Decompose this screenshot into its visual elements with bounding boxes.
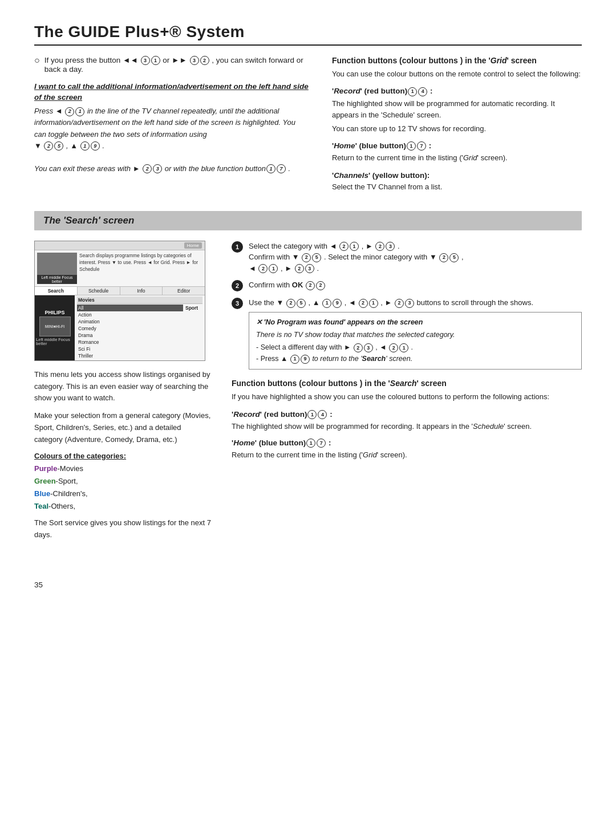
- tv-cat-movies-header: Movies: [77, 297, 202, 304]
- search-left: Home Left middle Focus better Search dis…: [34, 241, 211, 547]
- step-3-body: Use the ▼ 25 , ▲ 19 , ◄ 21 , ► 23 button…: [249, 297, 582, 370]
- warning-title: 'No Program was found' appears on the sc…: [256, 317, 574, 328]
- search-desc2: Make your selection from a general categ…: [34, 410, 211, 445]
- tv-cat-comedy: Comedy: [77, 325, 183, 332]
- tv-philips-sub: Left middle Focus better: [36, 338, 74, 346]
- top-section: ○ If you press the button ◄◄ 31 or ►► 32…: [34, 56, 582, 195]
- record-body1: The highlighted show will be programmed …: [332, 98, 582, 121]
- tv-screen: Home Left middle Focus better Search dis…: [34, 241, 205, 361]
- search-desc1: This menu lets you access show listings …: [34, 369, 211, 404]
- tv-home-btn: Home: [184, 242, 202, 249]
- color-teal: Teal-Others,: [34, 500, 211, 513]
- bullet-item: ○ If you press the button ◄◄ 31 or ►► 32…: [34, 56, 309, 74]
- home2-body: Return to the current time in the listin…: [232, 449, 582, 461]
- tv-tab-search: Search: [35, 287, 78, 295]
- tv-tab-info: Info: [120, 287, 163, 295]
- tv-body: PHILIPS MINI■HI-FI Left middle Focus bet…: [35, 295, 205, 360]
- tv-top-bar: Home: [35, 241, 205, 250]
- right-col-heading: Function buttons (colour buttons ) in th…: [332, 56, 582, 65]
- step-3: 3 Use the ▼ 25 , ▲ 19 , ◄ 21 , ► 23 butt…: [232, 297, 582, 370]
- tv-cat-drama: Drama: [77, 332, 183, 339]
- tv-cat-action: Action: [77, 311, 183, 318]
- italic-box: I want to call the additional informatio…: [34, 82, 309, 175]
- record-body2: You can store up to 12 TV shows for reco…: [332, 123, 582, 135]
- warning-box: 'No Program was found' appears on the sc…: [249, 312, 582, 370]
- right-intro: You can use the colour buttons on the re…: [332, 68, 582, 80]
- search-section-header: The 'Search' screen: [34, 211, 582, 230]
- step-3-num: 3: [232, 298, 243, 309]
- bullet-circle-icon: ○: [34, 55, 40, 66]
- channels-body: Select the TV Channel from a list.: [332, 181, 582, 193]
- tv-cat-animation: Animation: [77, 318, 183, 325]
- channels-heading: 'Channels' (yellow button):: [332, 171, 582, 180]
- record2-body: The highlighted show will be programmed …: [232, 421, 582, 432]
- record-heading: 'Record' (red button)14 :: [332, 87, 582, 96]
- tv-cat-all: All: [77, 305, 183, 311]
- color-blue: Blue-Children's,: [34, 488, 211, 500]
- tv-nav-tabs: Search Schedule Info Editor: [35, 286, 205, 295]
- tv-content-area: Left middle Focus better Search displays…: [35, 250, 205, 286]
- italic-title: I want to call the additional informatio…: [34, 82, 309, 103]
- colors-heading: Colours of the categories:: [34, 452, 211, 460]
- home-body: Return to the current time in the listin…: [332, 152, 582, 164]
- search-right: 1 Select the category with ◄ 21 , ► 23 .…: [232, 241, 582, 547]
- function-intro: If you have highlighted a show you can u…: [232, 391, 582, 403]
- tv-cat-romance: Romance: [77, 339, 183, 346]
- tv-description: Search displays programme listings by ca…: [79, 253, 202, 284]
- italic-body: Press ◄ 21 in the line of the TV channel…: [34, 105, 309, 175]
- sort-text: The Sort service gives you show listings…: [34, 517, 211, 541]
- step-2-num: 2: [232, 280, 243, 291]
- bullet-text: If you press the button ◄◄ 31 or ►► 32 ,…: [44, 56, 309, 74]
- tv-philips-logo: PHILIPS MINI■HI-FI Left middle Focus bet…: [35, 295, 75, 360]
- top-right: Function buttons (colour buttons ) in th…: [332, 56, 582, 195]
- title-rule: [34, 44, 582, 46]
- warning-line3: - Press ▲ 19 to return to the 'Search' s…: [256, 354, 574, 364]
- step-2: 2 Confirm with OK 22: [232, 279, 582, 291]
- function-buttons-heading: Function buttons (colour buttons ) in th…: [232, 379, 582, 388]
- step-1-num: 1: [232, 241, 243, 253]
- warning-line2: - Select a different day with ► 23 , ◄ 2…: [256, 342, 574, 353]
- tv-cat-scifi: Sci Fi: [77, 346, 183, 352]
- tv-tab-schedule: Schedule: [78, 287, 120, 295]
- tv-image-caption: Left middle Focus better: [37, 275, 77, 284]
- tv-image: Left middle Focus better: [37, 253, 77, 284]
- home2-heading: 'Home' (blue button)17 :: [232, 439, 582, 448]
- record2-heading: 'Record' (red button)14 :: [232, 410, 582, 419]
- step-2-body: Confirm with OK 22: [249, 279, 582, 291]
- home-heading: 'Home' (blue button)17 :: [332, 141, 582, 151]
- top-left: ○ If you press the button ◄◄ 31 or ►► 32…: [34, 56, 309, 195]
- color-purple: Purple-Movies: [34, 462, 211, 475]
- page-number: 35: [34, 581, 582, 589]
- tv-categories: Movies All Action Animation Comedy Drama…: [75, 295, 205, 360]
- tv-tab-editor: Editor: [163, 287, 205, 295]
- step-1: 1 Select the category with ◄ 21 , ► 23 .…: [232, 241, 582, 274]
- step-1-body: Select the category with ◄ 21 , ► 23 . C…: [249, 241, 582, 274]
- search-layout: Home Left middle Focus better Search dis…: [34, 241, 582, 547]
- color-green: Green-Sport,: [34, 475, 211, 488]
- warning-line1: There is no TV show today that matches t…: [256, 330, 574, 340]
- tv-cat-thriller: Thriller: [77, 352, 183, 359]
- page-title: The GUIDE Plus+® System: [34, 23, 582, 41]
